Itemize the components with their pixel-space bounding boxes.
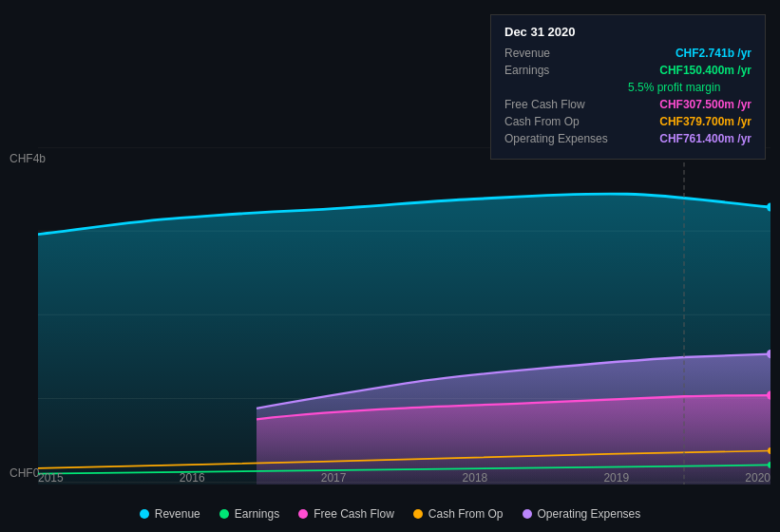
legend-label-cashop: Cash From Op	[428, 507, 504, 521]
legend-item-fcf[interactable]: Free Cash Flow	[298, 507, 394, 521]
tooltip-title: Dec 31 2020	[504, 25, 751, 39]
legend-label-revenue: Revenue	[155, 507, 200, 521]
legend-dot-revenue	[140, 509, 149, 519]
tooltip-row-cashop: Cash From Op CHF379.700m /yr	[504, 115, 751, 128]
x-label-2015: 2015	[38, 471, 64, 484]
legend-dot-opex	[523, 509, 532, 519]
tooltip-value-earnings: CHF150.400m /yr	[659, 64, 751, 77]
legend-item-earnings[interactable]: Earnings	[219, 507, 279, 521]
legend-label-opex: Operating Expenses	[538, 507, 641, 521]
legend-dot-cashop	[413, 509, 423, 519]
chart-svg	[38, 147, 770, 484]
legend-item-cashop[interactable]: Cash From Op	[413, 507, 504, 521]
tooltip-row-revenue: Revenue CHF2.741b /yr	[504, 47, 751, 60]
chart-legend: Revenue Earnings Free Cash Flow Cash Fro…	[0, 507, 780, 521]
tooltip-label-revenue: Revenue	[504, 47, 618, 60]
tooltip-value-revenue: CHF2.741b /yr	[675, 47, 751, 60]
tooltip-row-opex: Operating Expenses CHF761.400m /yr	[504, 132, 751, 145]
tooltip-value-cashop: CHF379.700m /yr	[659, 115, 751, 128]
legend-item-opex[interactable]: Operating Expenses	[523, 507, 641, 521]
legend-dot-fcf	[298, 509, 308, 519]
x-label-2017: 2017	[321, 471, 347, 484]
tooltip-label-opex: Operating Expenses	[504, 132, 618, 145]
tooltip-value-opex: CHF761.400m /yr	[659, 132, 751, 145]
tooltip-label-cashop: Cash From Op	[504, 115, 618, 128]
x-axis-labels: 2015 2016 2017 2018 2019 2020	[38, 471, 770, 484]
tooltip-label-fcf: Free Cash Flow	[504, 98, 618, 111]
x-label-2020: 2020	[745, 471, 770, 484]
tooltip-label-earnings: Earnings	[504, 64, 618, 77]
x-label-2018: 2018	[463, 471, 488, 484]
chart-area: CHF4b CHF0	[0, 147, 780, 484]
tooltip-row-fcf: Free Cash Flow CHF307.500m /yr	[504, 98, 751, 111]
legend-label-fcf: Free Cash Flow	[314, 507, 394, 521]
tooltip-value-fcf: CHF307.500m /yr	[659, 98, 751, 111]
x-label-2016: 2016	[180, 471, 205, 484]
x-label-2019: 2019	[603, 471, 629, 484]
y-label-bottom: CHF0	[10, 466, 39, 480]
tooltip-profit-margin: 5.5% profit margin	[628, 81, 751, 94]
tooltip-row-earnings: Earnings CHF150.400m /yr	[504, 64, 751, 77]
legend-item-revenue[interactable]: Revenue	[140, 507, 200, 521]
tooltip-panel: Dec 31 2020 Revenue CHF2.741b /yr Earnin…	[490, 14, 766, 160]
legend-dot-earnings	[219, 509, 229, 519]
legend-label-earnings: Earnings	[235, 507, 279, 521]
